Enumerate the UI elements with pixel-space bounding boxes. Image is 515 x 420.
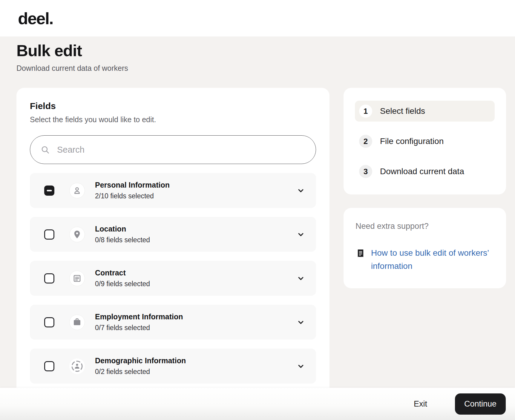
category-title: Personal Information bbox=[95, 181, 170, 189]
category-checkbox[interactable] bbox=[44, 229, 54, 240]
category-title: Employment Information bbox=[95, 312, 183, 321]
demographic-person-icon bbox=[69, 358, 85, 374]
step-label: Select fields bbox=[380, 106, 425, 116]
step-number-badge: 1 bbox=[359, 105, 372, 118]
chevron-down-icon[interactable] bbox=[296, 274, 305, 283]
page-subtitle: Download current data of workers bbox=[16, 63, 506, 73]
footer-action-bar: Exit Continue bbox=[0, 388, 515, 420]
category-status: 0/2 fields selected bbox=[95, 368, 186, 376]
chevron-down-icon[interactable] bbox=[296, 230, 305, 239]
top-header-bar: deel. bbox=[0, 0, 515, 36]
field-category-row-employment-information[interactable]: Employment Information 0/7 fields select… bbox=[30, 305, 316, 340]
article-receipt-icon bbox=[355, 248, 366, 260]
field-category-row-location[interactable]: Location 0/8 fields selected bbox=[30, 217, 316, 252]
continue-button[interactable]: Continue bbox=[455, 393, 506, 415]
location-pin-icon bbox=[69, 227, 85, 242]
steps-card: 1 Select fields 2 File configuration 3 D… bbox=[344, 88, 506, 194]
category-status: 2/10 fields selected bbox=[95, 192, 170, 200]
category-checkbox[interactable] bbox=[44, 317, 54, 327]
category-checkbox[interactable] bbox=[44, 361, 54, 371]
deel-logo: deel. bbox=[18, 9, 53, 28]
field-category-row-demographic-information[interactable]: Demographic Information 0/2 fields selec… bbox=[30, 349, 316, 384]
step-number-badge: 3 bbox=[359, 165, 372, 178]
category-status: 0/8 fields selected bbox=[95, 236, 150, 244]
page-title: Bulk edit bbox=[16, 42, 506, 59]
field-category-row-personal-information[interactable]: Personal Information 2/10 fields selecte… bbox=[30, 173, 316, 208]
fields-card: Fields Select the fields you would like … bbox=[16, 88, 329, 416]
sidebar: 1 Select fields 2 File configuration 3 D… bbox=[344, 88, 506, 288]
briefcase-icon bbox=[69, 315, 85, 330]
category-title: Contract bbox=[95, 269, 150, 277]
chevron-down-icon[interactable] bbox=[296, 186, 305, 195]
step-file-configuration[interactable]: 2 File configuration bbox=[355, 131, 495, 152]
search-box[interactable] bbox=[30, 135, 316, 164]
step-label: File configuration bbox=[380, 137, 444, 146]
page-content: Bulk edit Download current data of worke… bbox=[0, 42, 515, 416]
support-title: Need extra support? bbox=[355, 222, 494, 231]
fields-subheading: Select the fields you would like to edit… bbox=[30, 115, 316, 124]
category-status: 0/7 fields selected bbox=[95, 324, 183, 332]
exit-button[interactable]: Exit bbox=[414, 399, 427, 409]
step-download-current-data[interactable]: 3 Download current data bbox=[355, 161, 495, 182]
person-icon bbox=[69, 183, 85, 198]
category-checkbox[interactable] bbox=[44, 273, 54, 283]
contract-document-icon bbox=[69, 271, 85, 286]
search-input[interactable] bbox=[57, 145, 306, 155]
category-checkbox[interactable] bbox=[44, 186, 54, 196]
fields-heading: Fields bbox=[30, 101, 316, 111]
category-title: Location bbox=[95, 225, 150, 233]
chevron-down-icon[interactable] bbox=[296, 318, 305, 327]
field-category-row-contract[interactable]: Contract 0/9 fields selected bbox=[30, 261, 316, 296]
support-help-link[interactable]: How to use bulk edit of workers’ informa… bbox=[371, 246, 493, 273]
category-title: Demographic Information bbox=[95, 356, 186, 365]
step-label: Download current data bbox=[380, 167, 464, 176]
step-select-fields[interactable]: 1 Select fields bbox=[355, 101, 495, 122]
chevron-down-icon[interactable] bbox=[296, 362, 305, 371]
step-number-badge: 2 bbox=[359, 135, 372, 148]
search-icon bbox=[40, 145, 50, 154]
support-card: Need extra support? How to use bulk edit… bbox=[344, 208, 506, 288]
category-status: 0/9 fields selected bbox=[95, 280, 150, 288]
